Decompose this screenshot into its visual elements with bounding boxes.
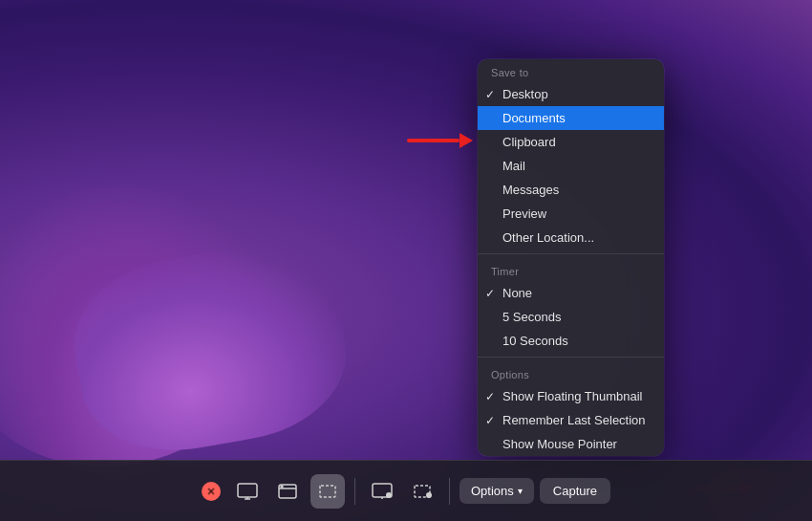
toolbar-separator-1 <box>354 478 355 505</box>
svg-rect-8 <box>320 486 335 497</box>
toolbar-close-button[interactable] <box>202 482 221 501</box>
menu-item-preview[interactable]: Preview <box>478 202 664 226</box>
menu-item-messages[interactable]: Messages <box>478 178 664 202</box>
menu-item-desktop[interactable]: ✓ Desktop <box>478 82 664 106</box>
selection-capture-icon[interactable] <box>310 474 345 509</box>
options-label: Options <box>471 484 514 498</box>
menu-item-clipboard[interactable]: Clipboard <box>478 130 664 154</box>
video-screen-svg <box>372 481 393 502</box>
chevron-down-icon: ▾ <box>518 486 523 496</box>
menu-item-other-location[interactable]: Other Location... <box>478 226 664 250</box>
window-capture-icon[interactable] <box>270 474 305 509</box>
selection-icon <box>317 481 338 502</box>
capture-label: Capture <box>553 484 597 498</box>
options-button[interactable]: Options ▾ <box>459 478 534 504</box>
divider-2 <box>478 357 664 358</box>
video-screen-icon[interactable] <box>365 474 399 509</box>
svg-point-7 <box>281 486 283 488</box>
menu-item-10-seconds[interactable]: 10 Seconds <box>478 329 664 353</box>
menu-item-show-floating-thumbnail[interactable]: ✓ Show Floating Thumbnail <box>478 384 664 408</box>
checkmark-desktop: ✓ <box>485 88 495 101</box>
menu-item-remember-last-selection[interactable]: ✓ Remember Last Selection <box>478 408 664 432</box>
close-icon <box>206 487 216 496</box>
menu-item-5-seconds[interactable]: 5 Seconds <box>478 305 664 329</box>
fullscreen-capture-icon[interactable] <box>230 474 265 509</box>
capture-button[interactable]: Capture <box>540 478 610 504</box>
menu-item-mail[interactable]: Mail <box>478 154 664 178</box>
divider-1 <box>478 253 664 254</box>
toolbar-separator-2 <box>449 478 450 505</box>
checkmark-none: ✓ <box>485 287 495 300</box>
monitor-icon <box>237 481 258 502</box>
svg-rect-2 <box>238 484 257 497</box>
menu-item-documents[interactable]: Documents <box>478 106 664 130</box>
svg-point-13 <box>426 492 432 498</box>
checkmark-remember-last: ✓ <box>485 414 495 427</box>
timer-section-label: Timer <box>478 258 664 281</box>
desktop-background <box>0 0 812 521</box>
menu-item-show-mouse-pointer[interactable]: Show Mouse Pointer <box>478 432 664 456</box>
documents-arrow <box>407 133 473 148</box>
save-to-section-label: Save to <box>478 59 664 82</box>
window-icon <box>277 481 298 502</box>
menu-item-none[interactable]: ✓ None <box>478 281 664 305</box>
context-menu: Save to ✓ Desktop Documents Clipboard Ma… <box>478 59 664 456</box>
video-selection-icon[interactable] <box>405 474 439 509</box>
video-selection-svg <box>412 481 433 502</box>
svg-point-10 <box>386 492 392 498</box>
screenshot-toolbar: Options ▾ Capture <box>0 460 812 521</box>
options-section-label: Options <box>478 361 664 384</box>
checkmark-floating-thumbnail: ✓ <box>485 390 495 403</box>
